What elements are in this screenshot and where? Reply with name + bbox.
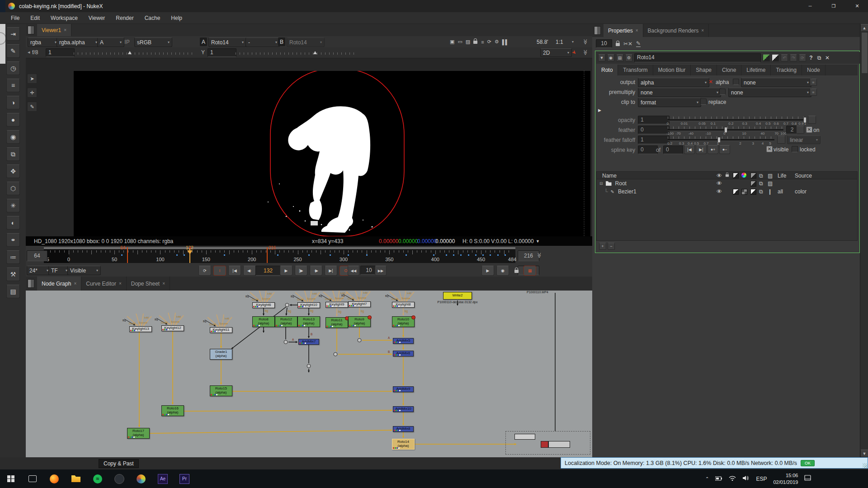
splinekey-input[interactable]: 0 (638, 145, 658, 154)
close-panel-icon[interactable]: ✕ (824, 55, 830, 61)
node-roto12[interactable]: Roto12(alpha) (275, 316, 297, 327)
scroll-down-icon[interactable]: ▼ (860, 450, 868, 457)
toolbar-views-icon[interactable]: ⚭ (6, 233, 20, 247)
col-motion-icon[interactable]: ▨ (768, 173, 773, 179)
clipto-dropdown[interactable]: format▾ (638, 98, 701, 107)
premultiply-dropdown[interactable]: none▾ (638, 88, 721, 97)
node-addmix6[interactable]: AddMix6 (393, 351, 414, 357)
keyframe-marker[interactable] (121, 254, 123, 256)
node-addmix5[interactable]: AddMix5 (393, 338, 414, 344)
close-icon[interactable]: × (74, 281, 76, 286)
battery-icon[interactable] (715, 476, 722, 482)
toolbar-metadata-icon[interactable]: ≔ (6, 250, 20, 264)
panel-corner-icon[interactable] (28, 26, 34, 34)
in-marker-line[interactable] (127, 247, 128, 263)
timeline-range-button[interactable]: ▦ (524, 266, 536, 276)
chevron-down-icon[interactable]: ▾ (572, 38, 574, 46)
input-process-toggle[interactable]: IP (122, 38, 132, 46)
timeline-ruler[interactable]: -250501001502002503003504004504846421613… (44, 249, 515, 263)
node-tab-clone[interactable]: Clone (717, 65, 741, 75)
scrollbar[interactable]: ▲ ▼ (860, 24, 868, 457)
channel-mask-icon[interactable]: ■ (763, 54, 770, 61)
table-row-bezier1[interactable]: └✎Bezier1👁⧉❙allcolor (597, 188, 857, 196)
toolbar-filter-icon[interactable]: ● (6, 113, 20, 127)
current-frame-box[interactable]: 132 (255, 266, 281, 276)
row-grade-icon[interactable] (750, 189, 756, 195)
resize-grip[interactable] (863, 463, 867, 468)
tab-node-graph[interactable]: Node Graph× (37, 277, 81, 291)
taskbar-premiere-pro[interactable]: Pr (174, 469, 195, 488)
visible-check[interactable]: ✕ (766, 146, 773, 152)
capture-button[interactable]: ◉ (496, 266, 509, 276)
undo-icon[interactable]: ↶ (781, 54, 788, 61)
col-name[interactable]: Name (602, 173, 617, 179)
toolbar-3d-icon[interactable]: ⬡ (6, 182, 20, 195)
gain-slider[interactable] (74, 52, 196, 55)
pixel-ratio[interactable]: 1:1 (556, 38, 563, 46)
toolbar-deep-icon[interactable]: ◐ (6, 216, 20, 230)
menu-cache[interactable]: Cache (139, 15, 166, 21)
out-marker-line[interactable] (267, 247, 268, 263)
monitor-icon[interactable]: ▤ (616, 54, 623, 61)
node-roto10[interactable]: Roto10(alpha) (392, 316, 415, 327)
lock-icon[interactable] (473, 39, 477, 45)
close-icon[interactable]: × (701, 28, 704, 33)
float-panel-icon[interactable]: ⧉ (816, 55, 822, 61)
refresh-icon[interactable]: ⟳ (487, 39, 491, 45)
cluster-node-2[interactable] (548, 441, 570, 448)
gain-arrow-icon[interactable]: ◀ (28, 48, 30, 56)
safe-zone-icon[interactable]: ▣ (450, 39, 454, 45)
keyframe-marker[interactable] (330, 254, 331, 256)
table-row-root[interactable]: ⊟Root👁⧉▨ (597, 179, 857, 188)
prev-keyframe-button[interactable]: ◀· (243, 266, 256, 276)
opacity-slider[interactable]: 00.010.050.10.20.30.40.50.60.70.80.91 (668, 119, 805, 121)
settings-icon[interactable]: ⚙ (495, 39, 499, 45)
row-motion-icon[interactable]: ▨ (768, 180, 773, 187)
tab-properties[interactable]: Properties× (604, 24, 643, 37)
keyframe-marker[interactable] (453, 254, 454, 256)
row-matte-icon[interactable] (733, 189, 739, 195)
node-roto8[interactable]: Roto8(alpha) (252, 316, 275, 327)
step-fwd-10[interactable]: ▶▶ (375, 266, 387, 276)
row-eye-icon[interactable]: 👁 (717, 188, 722, 195)
revert-icon[interactable]: ⟳ (799, 54, 806, 61)
node-tab-lifetime[interactable]: Lifetime (741, 65, 771, 75)
range-start-box[interactable]: 64 (27, 250, 47, 261)
close-icon[interactable]: × (636, 28, 638, 33)
node-write2[interactable]: Write2 (443, 292, 472, 300)
falloff-input[interactable]: 1 (638, 136, 670, 144)
menu-workspace[interactable]: Workspace (45, 15, 83, 21)
playhead-triangle[interactable] (187, 250, 193, 254)
zoom-level[interactable]: 58.8' (537, 38, 548, 46)
col-grade-icon[interactable] (750, 173, 756, 178)
fps-dropdown[interactable]: 24*▾ (27, 266, 51, 275)
frame-lock-icon[interactable] (511, 266, 521, 275)
language-indicator[interactable]: ESP (756, 476, 767, 482)
output-none-check[interactable] (733, 79, 739, 85)
taskbar-after-effects[interactable]: Ae (152, 469, 174, 488)
taskbar-start[interactable] (0, 469, 22, 488)
node-keylight12[interactable]: Keylight12 (161, 325, 184, 331)
add-shape-button[interactable]: + (599, 243, 606, 250)
keyframe-marker[interactable] (505, 254, 506, 256)
wrench-icon[interactable]: ⚙ (625, 54, 632, 61)
goto-end-button[interactable]: ▶| (325, 266, 337, 276)
taskbar-app[interactable] (108, 469, 130, 488)
minimize-button[interactable]: ─ (799, 0, 821, 12)
col-source[interactable]: Source (795, 173, 812, 179)
toolbar-time-icon[interactable]: ◷ (6, 61, 20, 75)
node-roto15[interactable]: Roto15(alpha) (210, 385, 232, 396)
node-addmix10[interactable]: AddMix10 (393, 406, 414, 412)
add-point-tool-icon[interactable]: ✛ (27, 88, 37, 98)
keyframe-marker[interactable] (433, 254, 434, 256)
max-panels-field[interactable]: 10 (596, 39, 612, 48)
view-dropdown[interactable]: A▾ (97, 38, 124, 47)
close-icon[interactable]: × (119, 281, 122, 286)
taskbar-file-explorer[interactable] (65, 469, 87, 488)
output-channel-check[interactable]: ✕ (708, 78, 714, 85)
keyframe-marker[interactable] (460, 254, 462, 256)
view-mode-dropdown[interactable]: 2D▾ (540, 48, 572, 57)
keyframe-marker[interactable] (468, 254, 469, 256)
visible-dropdown[interactable]: Visible▾ (67, 266, 101, 275)
format-icon[interactable]: ▭ (458, 39, 462, 45)
